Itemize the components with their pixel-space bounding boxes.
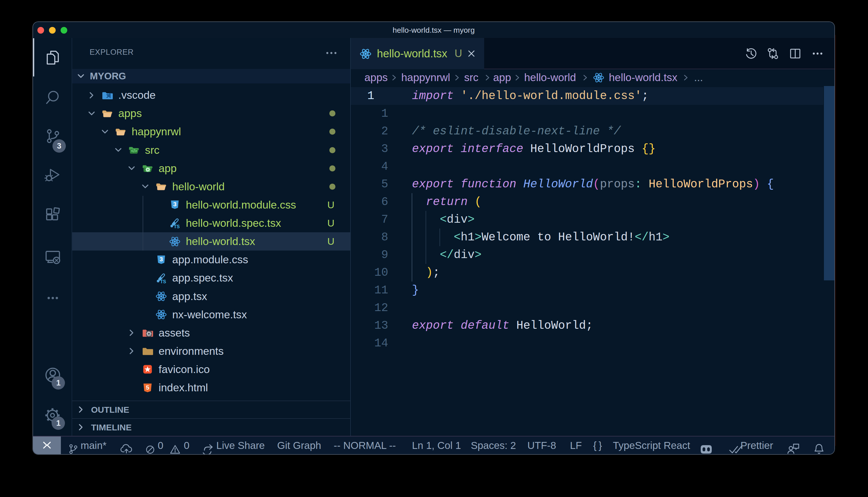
- svg-text:3: 3: [173, 201, 177, 208]
- svg-text:TS: TS: [174, 224, 180, 229]
- svg-text:5: 5: [146, 384, 149, 391]
- svg-text:</>: </>: [131, 148, 137, 153]
- svg-text:3: 3: [160, 256, 163, 262]
- svg-text:TS: TS: [160, 279, 166, 284]
